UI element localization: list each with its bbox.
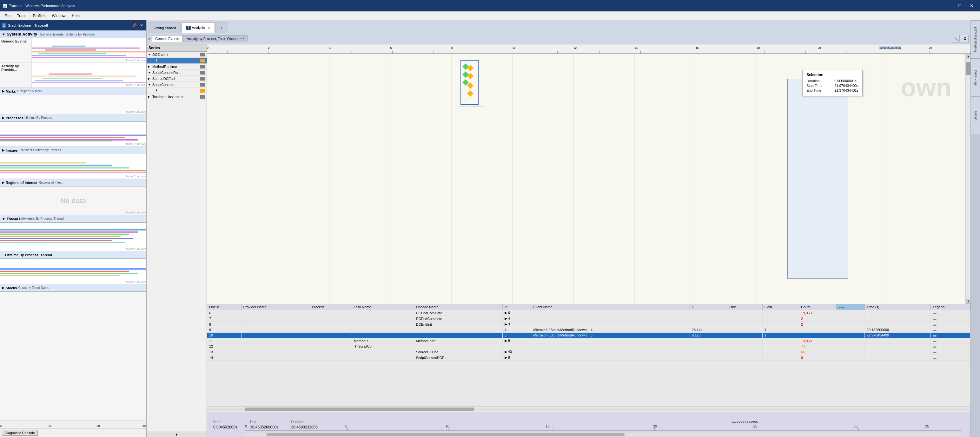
marks-expand: ▶ — [2, 89, 5, 93]
my-presets-tab[interactable]: My Presets — [971, 59, 980, 97]
col-count[interactable]: Count — [799, 304, 836, 310]
tick-8: 8 — [451, 46, 453, 49]
col-legend[interactable]: Legend — [931, 304, 970, 310]
table-row[interactable]: 12 ▼ ScriptCo... — [207, 344, 970, 349]
menu-file[interactable]: File — [1, 13, 14, 19]
series-scroll-down[interactable]: ▼ — [146, 432, 207, 437]
axis-30: 30 — [143, 424, 146, 428]
hscroll-thumb[interactable] — [245, 407, 474, 411]
table-row[interactable]: 6 DCEndComplete ▶ 6 — [207, 310, 970, 316]
details-tab[interactable]: Details — [971, 97, 980, 135]
tabs-bar: Getting Started 1 Analysis ✕ + — [146, 20, 970, 33]
svg-rect-9 — [32, 82, 146, 83]
regions-graph[interactable]: No data Trace Rundown — [0, 187, 146, 215]
menu-trace[interactable]: Trace — [14, 13, 30, 19]
analysis-tab[interactable]: 1 Analysis ✕ — [181, 22, 215, 33]
analysis-assistant-tab[interactable]: Analysis Assistant — [971, 20, 980, 59]
scroll-up-btn[interactable]: ▲ — [966, 54, 970, 59]
generic-events-label: Generic Events — [0, 38, 32, 62]
table-row[interactable]: 11 MethodR... MethodLoad ▶ 9 — [207, 338, 970, 344]
col-provider[interactable]: Provider Name — [241, 304, 310, 310]
table-scroll[interactable]: Line # Provider Name Process Task Name O… — [207, 304, 970, 407]
marks-subtitle: Grouped By Mark — [17, 89, 42, 93]
threads-graph[interactable]: Trace Rundown — [0, 223, 146, 251]
panel-pin-button[interactable]: 📌 — [131, 22, 138, 28]
chart-vscroll[interactable]: ▲ ▼ — [966, 54, 970, 304]
panel-close-button[interactable]: ✕ — [139, 22, 145, 28]
regions-section[interactable]: ▶ Regions of Interest Regions of Inter..… — [0, 179, 146, 187]
col-field1[interactable]: Field 1 — [762, 304, 799, 310]
diagnostic-console-button[interactable]: Diagnostic Console — [2, 430, 38, 436]
table-row[interactable]: 8 DCEndInit ▶ 3 — [207, 321, 970, 327]
table-row[interactable]: 7 DCEndComplete ▶ 4 — [207, 316, 970, 321]
series-item-dcendinit[interactable]: ▼ DCEndInit — [146, 52, 207, 58]
col-sum[interactable]: sum — [836, 304, 864, 310]
maximize-button[interactable]: □ — [954, 0, 966, 11]
regions-subtitle: Regions of Inter... — [39, 181, 64, 184]
table-hscroll[interactable] — [207, 407, 970, 412]
images-section[interactable]: ▶ Images Transient Lifetime By Process..… — [0, 147, 146, 154]
svg-text:22.0085733366s: 22.0085733366s — [732, 421, 758, 423]
scroll-down-btn[interactable]: ▼ — [966, 299, 970, 304]
col-line[interactable]: Line # — [207, 304, 242, 310]
marks-graph[interactable]: Trace Rundown — [0, 95, 146, 114]
menu-help[interactable]: Help — [68, 13, 83, 19]
series-item-3[interactable]: 3 — [146, 58, 207, 64]
table-row[interactable]: 13 SourceDCEnd ▶ 40 — [207, 349, 970, 355]
series-item-sourcedcend[interactable]: ▶ SourceDCEnd — [146, 76, 207, 82]
minimize-button[interactable]: ─ — [942, 0, 953, 11]
series-item-scriptcontextru[interactable]: ▼ ScriptContextRu... — [146, 70, 207, 76]
system-activity-sub1: Generic Events — [40, 32, 64, 36]
series-item-scriptcontext2[interactable]: ▼ ScriptContext... — [146, 82, 207, 88]
marks-section[interactable]: ▶ Marks Grouped By Mark — [0, 87, 146, 95]
chart-display[interactable]: own Selection Duration 0.000000001s Star… — [207, 54, 970, 304]
close-button[interactable]: ✕ — [966, 0, 977, 11]
svg-rect-5 — [45, 49, 95, 51]
series-item-textinputhost[interactable]: ▶ TextInputHost.exe <... — [146, 94, 207, 100]
threads-section[interactable]: ▼ Thread Lifetimes By Process, Thread — [0, 215, 146, 223]
menu-window[interactable]: Window — [49, 13, 69, 19]
svg-rect-21 — [0, 167, 129, 168]
cell-count-7: 2 — [799, 316, 836, 321]
settings-button[interactable]: ⚙ — [961, 35, 969, 43]
images-graph[interactable]: Trace Rundown — [0, 154, 146, 179]
col-id[interactable]: Id — [503, 304, 531, 310]
table-row-selected[interactable]: 10 3 Microsoft-JScript/MethodRundown... … — [207, 332, 970, 338]
cell-line-6: 6 — [207, 310, 242, 316]
series-item-8[interactable]: 8 — [146, 88, 207, 94]
generic-events-graph[interactable]: Trace Rundown — [32, 38, 146, 62]
col-time[interactable]: Time (s) — [864, 304, 931, 310]
axis-20: 20 — [97, 424, 100, 428]
processes-graph[interactable]: Trace Rundown — [0, 122, 146, 146]
generic-events-sub-tab[interactable]: Generic Events — [152, 35, 183, 42]
getting-started-tab[interactable]: Getting Started — [148, 22, 181, 33]
activity-provider-graph[interactable]: Trace Rundown — [32, 63, 146, 87]
svg-rect-26 — [0, 229, 146, 231]
cell-id-7: ▶ 4 — [503, 316, 531, 321]
system-activity-section[interactable]: ▼ System Activity Generic Events Activit… — [0, 30, 146, 38]
col-thre[interactable]: Thre... — [727, 304, 762, 310]
lifetime-process-section[interactable]: Lifetime By Process, Thread — [0, 251, 146, 259]
analysis-tab-close[interactable]: ✕ — [208, 26, 210, 30]
col-c[interactable]: C... — [690, 304, 727, 310]
table-row[interactable]: 9 4 Microsoft-JScript/MethodRundown... 4… — [207, 327, 970, 332]
lifetime-graph[interactable]: Trace Rundown — [0, 259, 146, 284]
table-row[interactable]: 14 ScriptContextDCE... ▶ 8 — [207, 355, 970, 361]
scroll-thumb[interactable] — [966, 62, 970, 75]
regions-trace-label: Trace Rundown — [126, 211, 146, 214]
marks-title: Marks — [6, 89, 16, 93]
menu-profiles[interactable]: Profiles — [30, 13, 49, 19]
series-scroll[interactable]: ▼ DCEndInit 3 — [146, 52, 207, 432]
new-tab-button[interactable]: + — [215, 22, 228, 33]
col-process[interactable]: Process — [310, 304, 352, 310]
search-button[interactable]: 🔍 — [952, 35, 960, 43]
processes-section[interactable]: ▶ Processes Lifetime By Process — [0, 114, 146, 122]
no-data-text: No data — [60, 196, 86, 205]
sub-tabs-bar: ▶ Generic Events Activity by Provider, T… — [146, 33, 970, 44]
series-item-methodruntime[interactable]: ▶ MethodRuntime — [146, 64, 207, 70]
col-task[interactable]: Task Name — [352, 304, 414, 310]
stacks-section[interactable]: ▶ Stacks Count by Event Name — [0, 284, 146, 292]
col-opcode[interactable]: Opcode Name — [414, 304, 503, 310]
col-event[interactable]: Event Name — [531, 304, 690, 310]
activity-provider-sub-tab[interactable]: Activity by Provider, Task, Opcode * * — [183, 35, 248, 42]
